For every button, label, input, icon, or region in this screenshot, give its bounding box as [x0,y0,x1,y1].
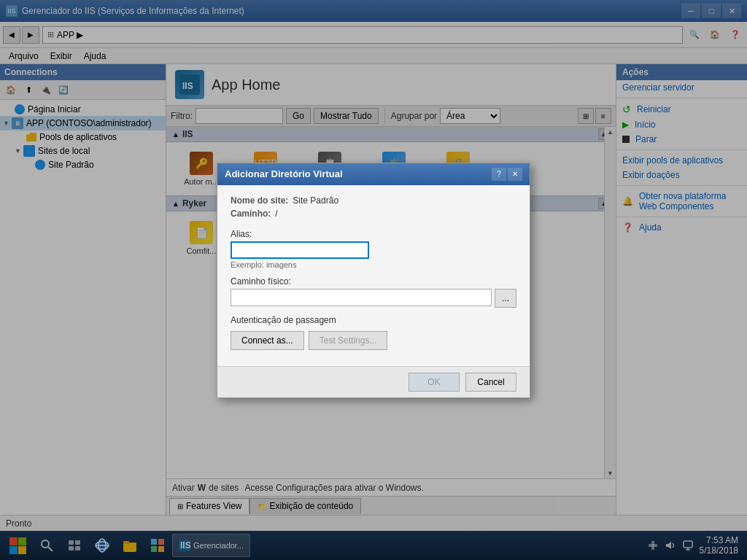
browse-button[interactable]: ... [495,289,516,308]
modal-site-name-row: Nome do site: Site Padrão [231,195,516,206]
modal-overlay: Adicionar Diretório Virtual ? ✕ Nome do … [0,0,747,560]
modal-add-virtual-dir: Adicionar Diretório Virtual ? ✕ Nome do … [217,163,530,398]
modal-body: Nome do site: Site Padrão Caminho: / Ali… [217,185,530,366]
modal-help-button[interactable]: ? [492,168,506,181]
modal-path-label: Caminho: [231,209,271,219]
alias-label: Alias: [231,229,516,239]
modal-footer: OK Cancel [217,366,530,397]
modal-site-name-value: Site Padrão [293,195,338,206]
modal-connect-row: Connect as... Test Settings... [231,331,516,350]
modal-title: Adicionar Diretório Virtual [225,168,343,179]
modal-title-bar: Adicionar Diretório Virtual ? ✕ [217,163,530,185]
alias-input[interactable] [231,241,369,259]
ok-button[interactable]: OK [409,373,460,392]
cancel-button[interactable]: Cancel [465,373,516,392]
modal-physical-path-field: Caminho físico: ... [231,276,516,308]
alias-example: Exemplo: imagens [231,260,516,269]
test-settings-button[interactable]: Test Settings... [309,331,388,350]
passthrough-label: Autenticação de passagem [231,315,516,325]
modal-site-name-label: Nome do site: [231,195,288,206]
modal-path-value: / [275,209,277,219]
modal-path-row: Caminho: / [231,209,516,219]
physical-path-input[interactable] [231,289,492,306]
modal-close-button[interactable]: ✕ [508,168,522,181]
modal-alias-field: Alias: Exemplo: imagens [231,229,516,269]
connect-as-button[interactable]: Connect as... [231,331,304,350]
physical-path-label: Caminho físico: [231,276,516,287]
